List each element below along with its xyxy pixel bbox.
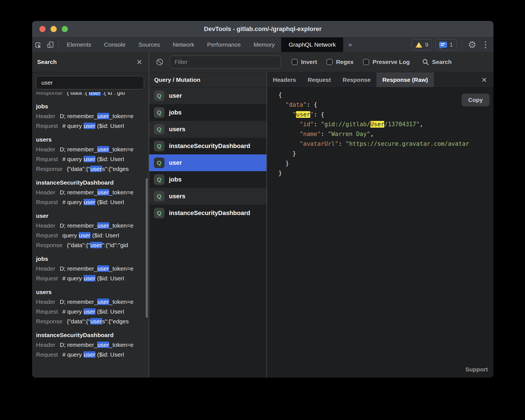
detail-close-icon[interactable] <box>475 72 493 87</box>
json-token: : { <box>314 111 324 118</box>
json-token <box>278 111 293 118</box>
json-token <box>278 140 300 147</box>
query-list-item-label: instanceSecurityDashboard <box>169 209 250 217</box>
search-result-section-title[interactable]: instanceSecurityDashboard <box>36 330 149 340</box>
search-result-section-title[interactable]: users <box>36 135 149 144</box>
tab-request[interactable]: Request <box>302 72 337 87</box>
result-field-label: Header <box>36 146 55 152</box>
search-result-section-title[interactable]: instanceSecurityDashboard <box>36 178 149 187</box>
tab-elements[interactable]: Elements <box>60 37 98 52</box>
tab-console[interactable]: Console <box>98 37 132 52</box>
search-result-row[interactable]: HeaderD; remember_user_token=e <box>36 144 149 154</box>
search-result-row[interactable]: Response{"data":{"users":{"edges <box>36 316 149 326</box>
filter-input[interactable] <box>170 56 281 68</box>
query-list-item[interactable]: Quser <box>149 154 266 171</box>
search-panel-title: Search <box>37 59 57 65</box>
json-token: "name" <box>300 131 321 137</box>
query-list-item[interactable]: Qjobs <box>149 104 266 121</box>
search-result-row[interactable]: HeaderD; remember_user_token=e <box>36 187 149 197</box>
match-highlight: user <box>90 318 102 324</box>
result-field-label: Header <box>36 222 55 229</box>
search-result-row[interactable]: Request# query user ($id: UserI <box>36 273 149 283</box>
search-result-row[interactable]: Response{"data":{"users":{"edges <box>36 164 149 174</box>
settings-gear-icon[interactable]: ⚙ <box>464 40 481 49</box>
json-token: } <box>278 170 282 176</box>
query-list-item-label: users <box>169 193 185 200</box>
result-field-label: Request <box>36 199 58 205</box>
devtools-window: DevTools - gitlab.com/-/graphql-explorer… <box>32 21 493 378</box>
messages-badge[interactable]: 1 <box>435 39 457 50</box>
copy-button[interactable]: Copy <box>462 94 490 106</box>
search-result-section-title[interactable]: user <box>36 211 149 221</box>
search-result-row[interactable]: HeaderD; remember_user_token=e <box>36 297 149 307</box>
search-result-row[interactable]: Request# query user ($id: UserI <box>36 307 149 316</box>
search-result-row[interactable]: Response{ data :{ user :{ id : gid <box>36 92 149 97</box>
search-result-row[interactable]: HeaderD; remember_user_token=e <box>36 221 149 230</box>
search-result-row[interactable]: Request# query user ($id: UserI <box>36 350 149 359</box>
kebab-menu-icon[interactable] <box>481 41 493 48</box>
query-list-item-label: users <box>169 126 185 133</box>
query-list-item[interactable]: Quser <box>149 87 266 104</box>
toolbar-separator <box>58 40 59 49</box>
detail-tabs: HeadersRequestResponse <box>267 72 376 87</box>
search-result-row[interactable]: HeaderD; remember_user_token=e <box>36 340 149 350</box>
minimize-window-button[interactable] <box>51 26 57 32</box>
search-result-section-title[interactable]: users <box>36 287 149 297</box>
match-highlight: user <box>97 265 109 272</box>
network-panel: InvertRegexPreserve Log Search Query / M… <box>149 52 493 378</box>
support-link[interactable]: Support <box>466 364 488 374</box>
desktop-background: DevTools - gitlab.com/-/graphql-explorer… <box>0 0 525 420</box>
search-result-section-title[interactable]: jobs <box>36 101 149 111</box>
result-field-label: Header <box>36 189 55 195</box>
checkbox-invert[interactable]: Invert <box>292 59 317 65</box>
tab-memory[interactable]: Memory <box>247 37 281 52</box>
tab-response-raw[interactable]: Response (Raw) <box>376 72 434 87</box>
tab-headers[interactable]: Headers <box>267 72 302 87</box>
search-result-row[interactable]: Requestquery user ($id: UserI <box>36 230 149 240</box>
match-highlight: user <box>97 222 109 229</box>
json-token: : <box>314 121 321 128</box>
devtools-toolbar: ElementsConsoleSourcesNetworkPerformance… <box>32 37 493 52</box>
query-type-icon: Q <box>154 124 164 135</box>
checkbox-preserve-log[interactable]: Preserve Log <box>363 59 410 65</box>
query-list-item[interactable]: Qusers <box>149 188 266 205</box>
search-result-row[interactable]: HeaderD; remember_user_token=e <box>36 264 149 273</box>
toolbar-search-button[interactable]: Search <box>422 58 452 66</box>
tab-network[interactable]: Network <box>166 37 201 52</box>
clear-log-icon[interactable] <box>156 58 164 66</box>
json-token: "data" <box>285 101 307 108</box>
json-token: "id" <box>300 121 314 128</box>
tab-graphql-network[interactable]: GraphQL Network <box>281 37 343 52</box>
more-tabs-chevron-icon[interactable]: » <box>343 41 357 49</box>
inspect-element-icon[interactable] <box>32 37 44 52</box>
search-result-row[interactable]: Request# query user ($id: UserI <box>36 197 149 207</box>
device-toolbar-icon[interactable] <box>44 37 57 52</box>
search-result-row[interactable]: Request# query user ($id: UserI <box>36 121 149 131</box>
tab-performance[interactable]: Performance <box>201 37 247 52</box>
close-window-button[interactable] <box>39 26 46 32</box>
tab-response[interactable]: Response <box>337 72 376 87</box>
tab-sources[interactable]: Sources <box>132 37 166 52</box>
warnings-badge[interactable]: 9 <box>412 39 432 50</box>
warning-count: 9 <box>425 41 428 48</box>
query-list-item[interactable]: QinstanceSecurityDashboard <box>149 205 266 221</box>
search-result-row[interactable]: HeaderD; remember_user_token=e <box>36 111 149 121</box>
json-token <box>278 131 300 137</box>
query-list-item[interactable]: Qusers <box>149 121 266 138</box>
zoom-window-button[interactable] <box>62 26 68 32</box>
search-input[interactable] <box>36 76 144 89</box>
search-result-row[interactable]: Request# query user ($id: UserI <box>36 154 149 164</box>
search-result-row[interactable]: Response{"data":{"user":{"id":"gid <box>36 240 149 250</box>
search-panel-close-icon[interactable] <box>136 59 142 65</box>
checkbox-regex[interactable]: Regex <box>326 59 354 65</box>
checkbox-box <box>363 59 369 65</box>
match-highlight: user <box>90 166 102 172</box>
match-highlight: user <box>97 113 109 119</box>
search-result-section-title[interactable]: jobs <box>36 254 149 264</box>
json-token: "gid://gitlab/ <box>321 121 370 128</box>
query-list-item[interactable]: Qjobs <box>149 171 266 188</box>
query-list-item[interactable]: QinstanceSecurityDashboard <box>149 138 266 154</box>
search-scrollbar-thumb[interactable] <box>146 178 148 318</box>
checkbox-label: Preserve Log <box>373 59 410 65</box>
json-line: "avatarUrl": "https://secure.gravatar.co… <box>278 139 493 149</box>
